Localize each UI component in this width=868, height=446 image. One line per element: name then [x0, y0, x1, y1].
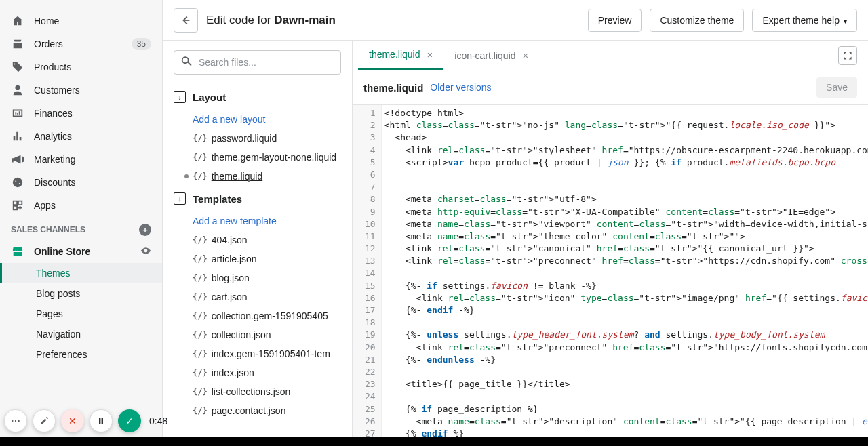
older-versions-link[interactable]: Older versions [430, 82, 491, 93]
nav-apps[interactable]: Apps [0, 194, 162, 217]
search-icon [180, 56, 193, 70]
preview-button[interactable]: Preview [588, 9, 642, 32]
nav-label: Online Store [34, 246, 90, 257]
nav-products[interactable]: Products [0, 56, 162, 79]
tab-theme-liquid[interactable]: theme.liquid × [358, 41, 443, 70]
file-collection-json[interactable]: {/}collection.json [163, 325, 352, 344]
finances-icon [11, 106, 24, 120]
file-theme-gem-layout[interactable]: {/}theme.gem-layout-none.liquid [163, 148, 352, 167]
folder-label: Layout [193, 92, 226, 103]
editor-area: theme.liquid × icon-cart.liquid × theme.… [353, 41, 868, 437]
file-cart-json[interactable]: {/}cart.json [163, 287, 352, 306]
tab-label: theme.liquid [369, 49, 420, 60]
file-index-gem[interactable]: {/}index.gem-1591905401-tem [163, 344, 352, 363]
nav-pages[interactable]: Pages [0, 304, 162, 324]
customers-icon [11, 83, 24, 97]
home-icon [11, 14, 24, 28]
nav-orders[interactable]: Orders 35 [0, 33, 162, 56]
folder-templates[interactable]: ↓ Templates [163, 186, 352, 211]
nav-themes[interactable]: Themes [0, 263, 162, 283]
add-layout-link[interactable]: Add a new layout [163, 110, 352, 129]
save-button[interactable]: Save [816, 77, 857, 98]
nav-marketing[interactable]: Marketing [0, 148, 162, 171]
bottom-bar [0, 437, 868, 446]
topbar: Edit code for Dawn-main Preview Customiz… [163, 0, 868, 41]
nav-label: Discounts [34, 177, 75, 188]
file-list-collections[interactable]: {/}list-collections.json [163, 382, 352, 401]
file-panel: ↓ Layout Add a new layout {/}password.li… [163, 41, 353, 437]
file-theme-liquid[interactable]: {/}theme.liquid [163, 167, 352, 186]
file-icon: {/} [193, 368, 208, 378]
file-article-json[interactable]: {/}article.json [163, 249, 352, 268]
file-icon: {/} [193, 134, 208, 143]
file-icon: {/} [193, 292, 208, 302]
arrow-left-icon [180, 14, 192, 26]
page-title: Edit code for Dawn-main [206, 14, 580, 27]
add-template-link[interactable]: Add a new template [163, 211, 352, 230]
fullscreen-button[interactable] [838, 46, 857, 65]
back-button[interactable] [174, 8, 198, 33]
folder-label: Templates [193, 193, 242, 205]
nav-label: Products [34, 62, 71, 73]
file-404-json[interactable]: {/}404.json [163, 230, 352, 249]
file-collection-gem[interactable]: {/}collection.gem-1591905405 [163, 306, 352, 325]
expert-help-button[interactable]: Expert theme help [752, 9, 857, 32]
nav-discounts[interactable]: Discounts [0, 171, 162, 194]
nav-navigation[interactable]: Navigation [0, 324, 162, 344]
tab-label: icon-cart.liquid [454, 50, 515, 61]
file-icon: {/} [193, 349, 208, 359]
file-page-contact[interactable]: {/}page.contact.json [163, 401, 352, 420]
folder-icon: ↓ [174, 91, 186, 103]
close-icon[interactable]: × [523, 49, 529, 61]
file-password-liquid[interactable]: {/}password.liquid [163, 129, 352, 148]
file-icon: {/} [193, 330, 208, 340]
apps-icon [11, 199, 24, 212]
sales-channels-header: SALES CHANNELS + [0, 217, 162, 240]
cancel-button[interactable]: ✕ [61, 409, 84, 432]
more-button[interactable]: ⋯ [4, 409, 27, 432]
close-icon[interactable]: × [427, 49, 433, 60]
file-icon: {/} [193, 406, 208, 415]
view-store-icon[interactable] [140, 245, 151, 258]
add-channel-button[interactable]: + [139, 224, 151, 236]
orders-icon [11, 37, 24, 51]
file-icon: {/} [193, 153, 208, 162]
pause-button[interactable] [90, 409, 113, 432]
nav-online-store[interactable]: Online Store [0, 240, 162, 263]
folder-icon: ↓ [174, 192, 186, 205]
marketing-icon [11, 153, 24, 166]
code-content[interactable]: <!doctype html><html class=class="t-str"… [382, 105, 868, 437]
line-gutter: 1234567891011121314151617181920212223242… [353, 105, 382, 437]
nav-label: Analytics [34, 131, 72, 142]
code-editor[interactable]: 1234567891011121314151617181920212223242… [353, 105, 868, 437]
editor-tabs: theme.liquid × icon-cart.liquid × [353, 41, 868, 70]
search-input[interactable] [174, 50, 341, 75]
orders-badge: 35 [132, 38, 151, 50]
nav-label: Finances [34, 108, 73, 119]
store-icon [11, 245, 24, 258]
finish-button[interactable]: ✓ [118, 409, 141, 432]
expand-icon [842, 50, 853, 61]
discounts-icon [11, 176, 24, 189]
recording-time: 0:48 [149, 415, 167, 426]
nav-preferences[interactable]: Preferences [0, 344, 162, 365]
file-blog-json[interactable]: {/}blog.json [163, 268, 352, 287]
customize-theme-button[interactable]: Customize theme [650, 9, 744, 32]
nav-analytics[interactable]: Analytics [0, 125, 162, 148]
nav-finances[interactable]: Finances [0, 102, 162, 125]
edit-button[interactable] [33, 409, 56, 432]
recording-controls: ⋯ ✕ ✓ 0:48 [4, 409, 167, 432]
tab-icon-cart-liquid[interactable]: icon-cart.liquid × [443, 41, 539, 70]
file-icon: {/} [193, 273, 208, 283]
nav-label: Customers [34, 85, 80, 96]
folder-layout[interactable]: ↓ Layout [163, 84, 352, 110]
nav-home[interactable]: Home [0, 9, 162, 33]
nav-label: Orders [34, 39, 63, 49]
file-icon: {/} [193, 311, 208, 321]
file-icon: {/} [193, 235, 208, 245]
nav-blog-posts[interactable]: Blog posts [0, 283, 162, 304]
current-file-name: theme.liquid [363, 82, 423, 94]
file-index-json[interactable]: {/}index.json [163, 363, 352, 382]
nav-label: Marketing [34, 154, 75, 165]
nav-customers[interactable]: Customers [0, 79, 162, 102]
